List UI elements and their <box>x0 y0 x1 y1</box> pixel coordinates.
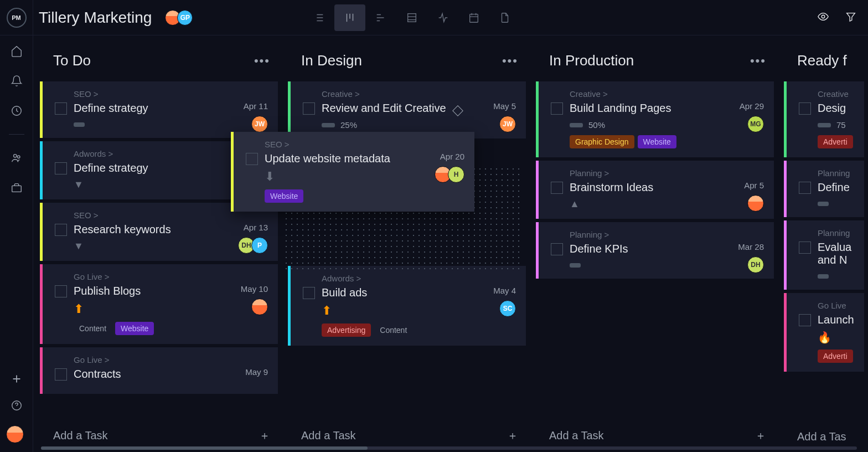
task-title: Update website metadata <box>265 152 464 165</box>
list-view-icon[interactable] <box>303 4 334 31</box>
task-tags: Adverti <box>818 350 854 363</box>
assignee-avatar[interactable]: JW <box>251 116 268 132</box>
column-menu-icon[interactable]: ••• <box>254 54 270 68</box>
task-tag: Adverti <box>818 135 853 148</box>
app-logo[interactable]: PM <box>7 8 27 28</box>
task-checkbox[interactable] <box>303 287 315 299</box>
task-checkbox[interactable] <box>799 314 811 326</box>
task-card[interactable]: PlanningDefine <box>784 161 864 217</box>
task-card[interactable]: Go Live >ContractsMay 9 <box>40 347 278 394</box>
task-checkbox[interactable] <box>799 242 811 254</box>
task-checkbox[interactable] <box>55 285 67 297</box>
briefcase-icon[interactable] <box>10 181 23 194</box>
board-column: In Production•••Creative >Build Landing … <box>536 42 779 452</box>
help-icon[interactable] <box>10 399 23 412</box>
task-card[interactable]: Adwords >Build adsMay 4⬆SCAdvertisingCon… <box>288 266 526 346</box>
filter-icon[interactable] <box>845 11 857 25</box>
task-category: SEO > <box>74 89 268 99</box>
task-assignees <box>747 195 764 212</box>
add-icon[interactable] <box>10 372 23 386</box>
task-tags: ContentWebsite <box>74 322 268 335</box>
task-card[interactable]: Creative >Build Landing PagesApr 2950%MG… <box>536 81 774 157</box>
task-category: Creative > <box>570 89 764 99</box>
task-category: SEO > <box>74 210 268 220</box>
time-icon[interactable] <box>10 104 23 117</box>
assignee-avatar[interactable] <box>747 195 764 212</box>
assignee-avatar[interactable]: MG <box>747 116 764 132</box>
task-checkbox[interactable] <box>55 368 67 381</box>
project-title: Tillery Marketing <box>39 9 152 27</box>
notifications-icon[interactable] <box>10 74 23 88</box>
task-checkbox[interactable] <box>55 102 67 115</box>
task-tag: Content <box>74 322 112 335</box>
task-title: Desig <box>818 102 846 115</box>
assignee-avatar[interactable]: JW <box>499 116 516 132</box>
people-icon[interactable] <box>10 151 23 165</box>
task-card[interactable]: Creative >Review and Edit CreativeMay 52… <box>288 81 526 138</box>
task-tags: AdvertisingContent <box>322 323 516 337</box>
task-checkbox[interactable] <box>246 153 258 165</box>
priority-urgent-icon: 🔥 <box>818 331 854 344</box>
task-card[interactable]: SEO >Define strategyApr 11JW <box>40 81 278 138</box>
activity-view-icon[interactable] <box>427 4 458 31</box>
plus-icon: ＋ <box>259 428 270 443</box>
topbar-right <box>817 11 857 25</box>
task-tag: Website <box>115 322 154 335</box>
task-assignees: DH <box>747 256 764 273</box>
task-card[interactable]: Planning >Brainstorm IdeasApr 5▲ <box>536 161 774 219</box>
assignee-avatar[interactable] <box>251 299 268 315</box>
file-view-icon[interactable] <box>489 4 520 31</box>
task-assignees: H <box>435 166 464 183</box>
task-date: Apr 11 <box>244 101 268 111</box>
task-card[interactable]: PlanningEvalua and N <box>784 220 864 290</box>
progress-bar <box>818 123 831 127</box>
priority-low-icon <box>74 122 85 127</box>
user-avatar[interactable] <box>6 425 24 443</box>
task-date: Apr 13 <box>244 223 268 232</box>
assignee-avatar[interactable]: H <box>448 166 464 183</box>
project-members[interactable]: GP <box>165 10 193 25</box>
task-date: May 9 <box>245 367 268 377</box>
task-title: Define strategy <box>74 162 148 174</box>
task-checkbox[interactable] <box>799 182 811 194</box>
task-checkbox[interactable] <box>551 182 563 194</box>
assignee-avatar[interactable]: SC <box>499 300 516 317</box>
priority-low-icon <box>818 202 829 206</box>
assignee-avatar[interactable]: P <box>251 237 268 254</box>
task-checkbox[interactable] <box>551 243 563 255</box>
task-checkbox[interactable] <box>55 162 67 174</box>
task-category: Planning <box>818 228 854 238</box>
column-menu-icon[interactable]: ••• <box>750 54 766 68</box>
task-assignees: JW <box>499 116 516 132</box>
plus-icon: ＋ <box>507 428 518 443</box>
task-card[interactable]: Planning >Define KPIsMar 28DH <box>536 222 774 279</box>
task-category: Creative <box>818 89 854 99</box>
task-checkbox[interactable] <box>551 102 563 115</box>
table-view-icon[interactable] <box>396 4 427 31</box>
priority-high-icon: ⬆ <box>74 302 268 316</box>
board-view-icon[interactable] <box>334 4 365 31</box>
task-card[interactable]: Go Live >Publish BlogsMay 10⬆ContentWebs… <box>40 264 278 344</box>
visibility-icon[interactable] <box>817 11 829 25</box>
member-avatar[interactable]: GP <box>177 10 193 25</box>
dragging-card[interactable]: SEO > Update website metadata ⬇ Apr 20 H… <box>231 132 474 212</box>
assignee-avatar[interactable]: DH <box>747 256 764 273</box>
priority-high-icon: ⬆ <box>322 304 516 318</box>
task-card[interactable]: Go LiveLaunch🔥Adverti <box>784 293 864 372</box>
view-switcher <box>303 4 520 31</box>
svg-point-7 <box>822 15 825 18</box>
task-tag: Graphic Design <box>570 135 634 148</box>
task-checkbox[interactable] <box>55 224 67 236</box>
gantt-view-icon[interactable] <box>365 4 396 31</box>
svg-rect-3 <box>12 186 21 192</box>
horizontal-scrollbar[interactable] <box>41 446 857 450</box>
task-title: Define KPIs <box>570 243 628 255</box>
task-card[interactable]: CreativeDesig75Adverti <box>784 81 864 157</box>
calendar-view-icon[interactable] <box>458 4 489 31</box>
column-title: To Do <box>53 52 91 69</box>
task-checkbox[interactable] <box>799 102 811 115</box>
column-menu-icon[interactable]: ••• <box>502 54 518 68</box>
home-icon[interactable] <box>10 44 23 58</box>
task-title: Build ads <box>322 286 367 299</box>
task-checkbox[interactable] <box>303 102 315 115</box>
